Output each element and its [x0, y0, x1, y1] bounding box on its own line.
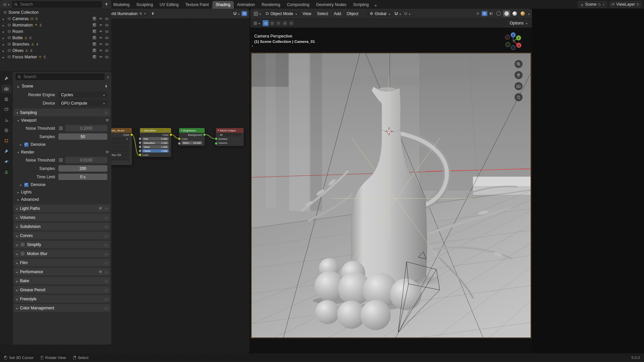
- socket-hue[interactable]: [139, 137, 142, 140]
- tool-dropdown[interactable]: [253, 20, 261, 26]
- viewport-denoise-checkbox[interactable]: [24, 142, 29, 147]
- value-field[interactable]: Value1.000: [142, 145, 169, 148]
- viewport-noise-threshold-field[interactable]: 0.1000: [65, 125, 107, 131]
- collection-checkbox[interactable]: [92, 42, 97, 46]
- add-workspace-button[interactable]: +: [372, 3, 379, 9]
- workspace-tab-modeling[interactable]: Modeling: [110, 1, 133, 9]
- menu-select[interactable]: Select: [315, 11, 330, 17]
- show-gizmo-toggle[interactable]: [475, 11, 481, 16]
- node-header[interactable]: Saturation: [140, 128, 171, 133]
- outliner-row-cameras[interactable]: Cameras 5: [0, 15, 111, 22]
- zoom-button[interactable]: [515, 60, 523, 68]
- segment-button-4[interactable]: [282, 20, 288, 26]
- camera-visibility-icon[interactable]: [105, 17, 109, 20]
- outliner-display-mode[interactable]: [2, 1, 10, 7]
- panel-motion-blur[interactable]: Motion Blur: [14, 250, 110, 257]
- workspace-tab-uv-editing[interactable]: UV Editing: [156, 1, 182, 9]
- socket-value[interactable]: [139, 145, 142, 148]
- outliner-row-scene-collection[interactable]: Scene Collection: [0, 9, 111, 15]
- axis-neg-z-ball[interactable]: [511, 46, 516, 50]
- menu-add[interactable]: Add: [331, 11, 343, 17]
- menu-object[interactable]: Object: [344, 11, 361, 17]
- eye-icon[interactable]: [99, 42, 103, 46]
- node-header[interactable]: Brightness: [179, 128, 205, 133]
- socket-surface[interactable]: [215, 137, 218, 140]
- outliner-row-olives[interactable]: Olives 6: [0, 47, 111, 54]
- use-nodes-toggle[interactable]: [241, 11, 247, 16]
- shading-solid-button[interactable]: [503, 10, 510, 17]
- outliner-row-bottle[interactable]: Bottle 5: [0, 35, 111, 41]
- unlink-world-icon[interactable]: [144, 12, 147, 15]
- subpanel-viewport[interactable]: Viewport: [13, 116, 111, 124]
- collection-checkbox[interactable]: [92, 29, 97, 34]
- viewport-denoise-row[interactable]: Denoise: [13, 141, 111, 148]
- unlink-image-icon[interactable]: [125, 137, 128, 140]
- segment-button-3[interactable]: [275, 20, 281, 26]
- hue-field[interactable]: Hue0.450: [142, 137, 169, 140]
- motion-blur-checkbox[interactable]: [20, 251, 25, 256]
- time-limit-field[interactable]: 0 s: [58, 174, 107, 180]
- socket-background-out[interactable]: [203, 133, 206, 136]
- render-noise-threshold-field[interactable]: 0.0100: [65, 157, 107, 163]
- tab-view-layer[interactable]: [1, 106, 11, 114]
- panel-simplify[interactable]: Simplify: [14, 241, 110, 248]
- shading-rendered-button[interactable]: [519, 10, 526, 17]
- camera-view-button[interactable]: [515, 82, 523, 90]
- workspace-tab-texture-paint[interactable]: Texture Paint: [182, 1, 212, 9]
- menu-view[interactable]: View: [300, 11, 314, 17]
- viewport-canvas[interactable]: ›: [250, 28, 532, 353]
- tab-output[interactable]: [1, 95, 11, 103]
- tab-modifiers[interactable]: [1, 147, 11, 155]
- camera-visibility-icon[interactable]: [105, 23, 109, 27]
- node-header[interactable]: World Output: [216, 128, 244, 133]
- snap-toggle[interactable]: [393, 11, 402, 17]
- collection-checkbox[interactable]: [92, 55, 97, 59]
- camera-visibility-icon[interactable]: [105, 55, 109, 59]
- tab-object[interactable]: [1, 137, 11, 145]
- workspace-tab-compositing[interactable]: Compositing: [283, 1, 313, 9]
- socket-strength[interactable]: [178, 142, 181, 145]
- segment-button-1[interactable]: [263, 20, 269, 26]
- outliner-search-input[interactable]: [19, 2, 100, 7]
- render-denoise-checkbox[interactable]: [24, 182, 29, 187]
- properties-search-input[interactable]: [23, 74, 103, 79]
- collection-checkbox[interactable]: [92, 16, 97, 21]
- new-viewlayer-icon[interactable]: [636, 3, 639, 6]
- viewport-samples-field[interactable]: 50: [58, 133, 107, 140]
- factor-field[interactable]: Factor1.000: [142, 149, 169, 153]
- collection-checkbox[interactable]: [92, 36, 97, 40]
- viewlayer-selector[interactable]: ViewLayer: [609, 1, 641, 8]
- eye-icon[interactable]: [99, 55, 103, 59]
- panel-performance[interactable]: Performance: [14, 268, 110, 276]
- tab-world[interactable]: [1, 126, 11, 134]
- eye-icon[interactable]: [99, 49, 103, 52]
- node-background-brightness[interactable]: Brightness Background Color Stren...10.0…: [179, 128, 205, 146]
- tab-tool[interactable]: [1, 74, 11, 82]
- render-samples-field[interactable]: 200: [58, 165, 107, 172]
- axis-neg-x-ball[interactable]: [505, 35, 510, 40]
- axis-neg-y-ball[interactable]: [506, 43, 510, 47]
- collection-checkbox[interactable]: [92, 23, 97, 27]
- outliner-row-illumination[interactable]: Illumination 3: [0, 22, 111, 28]
- panel-curves[interactable]: Curves: [14, 232, 110, 239]
- subpanel-render[interactable]: Render: [13, 148, 111, 156]
- panel-film[interactable]: Film: [14, 259, 110, 266]
- socket-color-in[interactable]: [178, 137, 181, 140]
- presets-icon[interactable]: [99, 270, 102, 274]
- tab-scene[interactable]: [1, 116, 11, 124]
- camera-visibility-icon[interactable]: [105, 29, 109, 33]
- socket-color-out[interactable]: [130, 133, 133, 136]
- toolbar-expand-icon[interactable]: ›: [252, 43, 253, 48]
- shading-material-button[interactable]: [511, 10, 518, 17]
- node-hue-saturation[interactable]: Saturation Color Hue0.450 Saturation1.00…: [140, 128, 171, 157]
- camera-visibility-icon[interactable]: [105, 42, 109, 46]
- panel-freestyle[interactable]: Freestyle: [14, 295, 110, 303]
- render-denoise-row[interactable]: Denoise: [13, 181, 111, 188]
- camera-visibility-icon[interactable]: [105, 36, 109, 40]
- panel-color-management[interactable]: Color Management: [14, 304, 110, 312]
- panel-grease-pencil[interactable]: Grease Pencil: [14, 286, 110, 294]
- workspace-tab-sculpting[interactable]: Sculpting: [133, 1, 156, 9]
- segment-button-2[interactable]: [269, 20, 275, 26]
- transform-orientation-dropdown[interactable]: Global: [367, 11, 392, 17]
- outliner-search[interactable]: [12, 1, 102, 8]
